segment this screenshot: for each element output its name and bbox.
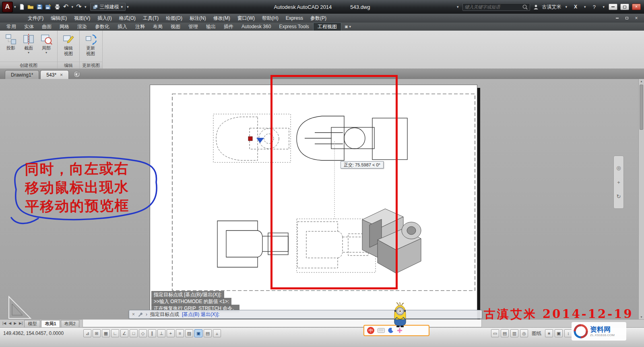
ribbon-tab-layout[interactable]: 布局 [149, 23, 167, 31]
lineweight-icon[interactable]: ≡ [176, 329, 184, 337]
ribbon-display-icon[interactable]: ▣ [345, 25, 348, 29]
vertical-scrollbar[interactable]: ▲ ▼ [638, 79, 644, 319]
menu-insert[interactable]: 插入(I) [94, 14, 115, 23]
undo-caret-icon[interactable]: ▾ [70, 5, 75, 9]
scrollbar-thumb[interactable] [640, 85, 643, 130]
file-tab-543[interactable]: 543* × [40, 70, 69, 79]
mdi-minimize-button[interactable] [613, 15, 621, 21]
snap-mode-icon[interactable]: ⊞ [93, 329, 101, 337]
mdi-restore-button[interactable] [623, 15, 630, 21]
model-tab[interactable]: 模型 [24, 320, 40, 327]
ribbon-tab-insert[interactable]: 插入 [114, 23, 131, 31]
ribbon-tab-solid[interactable]: 实体 [20, 23, 38, 31]
infocenter-caret-icon[interactable]: ▾ [456, 5, 460, 9]
command-prompt-options[interactable]: [基点(B) 退出(X)]: [182, 311, 219, 318]
iso-3d-view[interactable] [362, 209, 421, 273]
base-view-button[interactable]: 投影 [3, 32, 19, 51]
ribbon-tab-parametric[interactable]: 参数化 [91, 23, 114, 31]
ribbon-tab-surface[interactable]: 曲面 [38, 23, 56, 31]
panel-label-edit[interactable]: 编辑 [58, 62, 79, 69]
exchange-apps-icon[interactable]: X [571, 2, 580, 11]
ribbon-tab-render[interactable]: 渲染 [73, 23, 91, 31]
update-view-button[interactable]: 更新 视图 [83, 32, 99, 56]
ribbon-display-caret-icon[interactable]: ▾ [349, 25, 351, 29]
edit-view-button[interactable]: 编辑 视图 [60, 32, 76, 56]
ribbon-tab-annotate[interactable]: 注释 [131, 23, 149, 31]
menu-edit[interactable]: 编辑(E) [47, 14, 70, 23]
ribbon-tab-home[interactable]: 常用 [2, 23, 20, 31]
paper-space-icon[interactable]: ▭ [491, 329, 499, 337]
qat-overflow-caret-icon[interactable]: ▾ [126, 5, 130, 9]
pan-icon[interactable]: + [617, 180, 620, 185]
section-caret-icon[interactable]: ▾ [28, 51, 29, 54]
search-input[interactable] [464, 4, 522, 9]
ribbon-tab-output[interactable]: 输出 [202, 23, 220, 31]
redo-button[interactable]: ↷ [74, 2, 83, 11]
ribbon-tab-plugins[interactable]: 插件 [220, 23, 237, 31]
menu-express[interactable]: Express [282, 14, 307, 23]
steeringwheel-status-icon[interactable]: ◎ [520, 329, 528, 337]
ribbon-tab-mesh[interactable]: 网格 [56, 23, 73, 31]
signed-in-user-label[interactable]: 古滇艾米 [542, 4, 561, 10]
menu-modify[interactable]: 修改(M) [210, 14, 234, 23]
app-menu-caret-icon[interactable]: ▾ [13, 5, 17, 9]
menu-file[interactable]: 文件(F) [24, 14, 47, 23]
quick-properties-icon[interactable]: ▣ [194, 329, 202, 337]
command-line[interactable]: × › 指定目标点或 [基点(B) 退出(X)]: [129, 310, 482, 319]
menu-draw[interactable]: 绘图(D) [162, 14, 186, 23]
menu-tools[interactable]: 工具(T) [139, 14, 162, 23]
ribbon-tab-manage[interactable]: 管理 [184, 23, 202, 31]
ribbon-tab-drawing-views[interactable]: 工程视图 [313, 23, 341, 31]
panel-label-create-view[interactable]: 创建视图 [0, 62, 57, 69]
file-tab-close-icon[interactable]: × [60, 73, 63, 77]
window-restore-button[interactable] [620, 4, 629, 10]
dynamic-ucs-icon[interactable]: ⊥ [157, 329, 165, 337]
open-button[interactable] [26, 2, 35, 11]
detail-view-button[interactable]: 局部 ▾ [38, 32, 54, 54]
menu-view[interactable]: 视图(V) [70, 14, 94, 23]
wrench-icon[interactable] [138, 312, 143, 317]
save-button[interactable] [35, 2, 44, 11]
workspace-switching-icon[interactable]: ∗ [545, 329, 553, 337]
ortho-mode-icon[interactable]: ∟ [111, 329, 119, 337]
coordinates-readout[interactable]: 149.4362, 154.0457, 0.0000 [3, 330, 82, 336]
dynamic-input-icon[interactable]: + [167, 329, 175, 337]
window-close-button[interactable]: × [632, 4, 641, 10]
toolbar-lock-icon[interactable]: ▣ [555, 329, 563, 337]
scroll-down-icon[interactable]: ▼ [640, 316, 643, 318]
user-icon[interactable] [533, 4, 539, 10]
plot-button[interactable] [53, 2, 62, 11]
fork-view-solid[interactable] [217, 221, 288, 267]
search-icon[interactable] [522, 4, 528, 10]
panel-label-update-view[interactable]: 更新视图 [80, 62, 102, 69]
tab-next-icon[interactable]: ▶ [13, 322, 17, 325]
grip-point[interactable] [248, 137, 252, 141]
projection-view-solid[interactable] [297, 116, 374, 160]
help-caret-icon[interactable]: ▾ [601, 5, 606, 9]
detail-caret-icon[interactable]: ▾ [45, 51, 47, 54]
section-view-button[interactable]: 截面 ▾ [21, 32, 37, 54]
quick-view-layouts-icon[interactable]: ▤ [501, 329, 509, 337]
paper-model-toggle-label[interactable]: 图纸 [530, 330, 543, 337]
layout2-tab[interactable]: 布局2 [61, 320, 79, 327]
layout1-tab[interactable]: 布局1 [41, 320, 60, 327]
grid-display-icon[interactable]: ▦ [102, 329, 110, 337]
annotation-monitor-icon[interactable]: ▵ [213, 329, 221, 337]
command-close-icon[interactable]: × [132, 312, 135, 317]
transparency-icon[interactable]: ▨ [185, 329, 193, 337]
steering-wheel-icon[interactable]: ◎ [616, 165, 621, 170]
workspace-dropdown[interactable]: 三维建模 ▾ [90, 3, 126, 11]
settings-flower-icon[interactable] [397, 328, 402, 333]
exchange-caret-icon[interactable]: ▾ [583, 5, 587, 9]
menu-help[interactable]: 帮助(H) [258, 14, 282, 23]
mdi-close-button[interactable]: × [633, 15, 640, 21]
quick-view-drawings-icon[interactable]: ▥ [510, 329, 518, 337]
ribbon-tab-express-tools[interactable]: Express Tools [275, 23, 313, 31]
ribbon-tab-view[interactable]: 视图 [167, 23, 184, 31]
side-view[interactable] [372, 118, 407, 160]
new-tab-button[interactable] [72, 70, 81, 79]
ribbon-tab-autodesk360[interactable]: Autodesk 360 [237, 23, 275, 31]
polar-tracking-icon[interactable]: ∠ [120, 329, 128, 337]
undo-button[interactable]: ↶ [62, 2, 70, 11]
object-snap-tracking-icon[interactable]: ∥ [148, 329, 156, 337]
